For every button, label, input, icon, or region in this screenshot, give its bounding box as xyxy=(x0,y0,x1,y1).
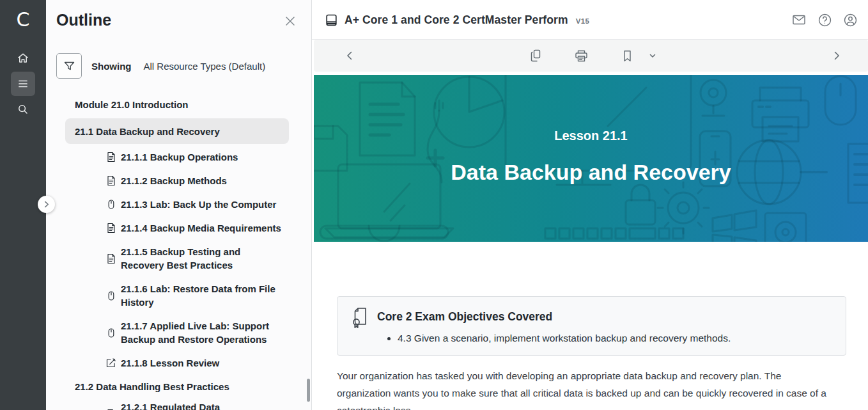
certificate-icon xyxy=(350,306,371,329)
lesson-number: Lesson 21.1 xyxy=(314,128,868,143)
tech-pattern-decoration xyxy=(314,75,868,242)
previous-page-button[interactable] xyxy=(344,40,355,72)
outline-scrollbar[interactable] xyxy=(307,379,310,402)
objectives-title: Core 2 Exam Objectives Covered xyxy=(377,310,552,324)
outline-item-21-1-7[interactable]: 21.1.7 Applied Live Lab: Support Backup … xyxy=(46,319,312,346)
outline-item-21-1-4[interactable]: 21.1.4 Backup Media Requirements xyxy=(46,221,312,235)
outline-item-21-1-2[interactable]: 21.1.2 Backup Methods xyxy=(46,174,312,187)
print-icon xyxy=(574,49,589,63)
resource-type-filter-value[interactable]: All Resource Types (Default) xyxy=(144,61,266,72)
copy-icon xyxy=(529,49,543,63)
outline-item-21-1-3[interactable]: 21.1.3 Lab: Back Up the Computer xyxy=(46,198,312,211)
outline-item-21-1-5[interactable]: 21.1.5 Backup Testing and Recovery Best … xyxy=(46,245,312,272)
help-icon[interactable] xyxy=(818,13,832,28)
objectives-list: 4.3 Given a scenario, implement workstat… xyxy=(389,331,731,345)
funnel-icon xyxy=(63,59,76,73)
account-icon[interactable] xyxy=(843,13,858,28)
outline-list: Module 21.0 Introduction 21.1 Data Backu… xyxy=(46,93,312,410)
document-icon xyxy=(105,152,116,162)
lab-mouse-icon xyxy=(105,199,116,210)
comptia-logo: C xyxy=(0,5,46,33)
outline-item-module-21-0[interactable]: Module 21.0 Introduction xyxy=(46,98,312,111)
lesson-intro-paragraph: Your organization has tasked you with de… xyxy=(337,367,830,410)
chevron-right-icon xyxy=(831,50,842,61)
print-button[interactable] xyxy=(574,40,589,72)
course-title: A+ Core 1 and Core 2 CertMaster Perform xyxy=(345,13,568,27)
outline-button[interactable] xyxy=(11,72,35,96)
search-button[interactable] xyxy=(11,97,35,122)
lesson-title: Data Backup and Recovery xyxy=(314,159,868,185)
content-toolbar xyxy=(314,40,868,72)
showing-label: Showing xyxy=(91,61,132,72)
document-icon xyxy=(105,223,116,233)
document-icon xyxy=(105,253,116,264)
outline-item-module-21-2[interactable]: 21.2 Data Handling Best Practices xyxy=(46,380,312,393)
lab-mouse-icon xyxy=(105,327,116,338)
course-header: A+ Core 1 and Core 2 CertMaster Perform … xyxy=(312,0,868,40)
document-icon xyxy=(105,175,116,186)
course-version-badge: V15 xyxy=(576,17,590,25)
outline-item-21-1-1[interactable]: 21.1.1 Backup Operations xyxy=(46,150,312,164)
home-button[interactable] xyxy=(11,46,35,70)
outline-item-21-1-8[interactable]: 21.1.8 Lesson Review xyxy=(46,356,312,370)
filter-button[interactable] xyxy=(56,53,82,79)
outline-title: Outline xyxy=(56,11,111,29)
bookmark-button[interactable] xyxy=(621,40,634,72)
chevron-right-icon xyxy=(43,201,50,208)
outline-item-21-1-6[interactable]: 21.1.6 Lab: Restore Data from File Histo… xyxy=(46,282,312,309)
outline-panel: Outline Showing All Resource Types (Defa… xyxy=(46,0,312,410)
filter-row: Showing All Resource Types (Default) xyxy=(56,53,265,79)
next-page-button[interactable] xyxy=(831,40,842,72)
home-icon xyxy=(17,52,29,65)
book-icon xyxy=(325,13,338,27)
edit-icon xyxy=(105,358,116,368)
expand-panel-button[interactable] xyxy=(38,196,55,213)
search-icon xyxy=(17,103,29,116)
objective-item: 4.3 Given a scenario, implement workstat… xyxy=(398,331,731,345)
outline-icon xyxy=(17,77,29,90)
caret-down-icon xyxy=(648,51,657,60)
close-icon xyxy=(283,14,297,28)
outline-item-21-2-1[interactable]: 21.2.1 Regulated Data Classification xyxy=(46,400,312,410)
lab-mouse-icon xyxy=(105,290,116,301)
bookmark-icon xyxy=(621,49,634,63)
certmaster-app: C xyxy=(0,0,868,410)
chevron-left-icon xyxy=(344,50,355,61)
lesson-hero-banner: Lesson 21.1 Data Backup and Recovery xyxy=(314,75,868,242)
copy-button[interactable] xyxy=(529,40,543,72)
exam-objectives-box: Core 2 Exam Objectives Covered 4.3 Given… xyxy=(337,296,846,356)
mail-icon[interactable] xyxy=(791,12,807,28)
close-outline-button[interactable] xyxy=(283,14,297,28)
outline-item-21-1-selected[interactable]: 21.1 Data Backup and Recovery xyxy=(65,118,289,144)
bookmark-menu-button[interactable] xyxy=(648,40,657,72)
